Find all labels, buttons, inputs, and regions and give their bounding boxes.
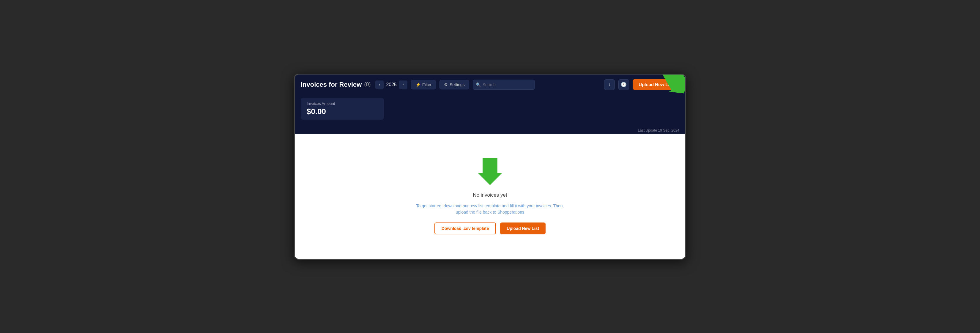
sort-icon-button[interactable]: ↕	[604, 79, 615, 90]
filter-icon: ⚡	[415, 82, 420, 87]
invoices-amount-card: Invoices Amount $0.00	[301, 98, 384, 120]
year-label: 2025	[385, 82, 398, 87]
main-content: No invoices yet To get started, download…	[295, 134, 685, 259]
filter-label: Filter	[422, 82, 431, 87]
svg-marker-1	[478, 159, 502, 185]
last-update-text: Last Update 19 Sep, 2024	[638, 128, 679, 133]
no-invoices-heading: No invoices yet	[473, 192, 507, 198]
year-nav: ‹ 2025 ›	[375, 81, 407, 89]
invoices-amount-value: $0.00	[307, 107, 378, 116]
upload-new-list-main-button[interactable]: Upload New List	[500, 222, 546, 235]
download-csv-button[interactable]: Download .csv template	[434, 222, 496, 235]
page-title: Invoices for Review	[301, 81, 362, 89]
helper-text: To get started, download our .csv list t…	[413, 203, 567, 216]
prev-year-button[interactable]: ‹	[375, 81, 383, 89]
sort-icon: ↕	[608, 82, 611, 87]
upload-new-list-header-button[interactable]: Upload New List	[633, 79, 679, 90]
invoices-amount-label: Invoices Amount	[307, 101, 378, 106]
history-icon-button[interactable]: 🕐	[618, 79, 629, 90]
search-wrapper: 🔍	[473, 79, 535, 90]
app-window: Invoices for Review (0) ‹ 2025 › ⚡ Filte…	[294, 74, 686, 260]
search-icon: 🔍	[476, 82, 481, 87]
green-arrow-icon	[478, 159, 502, 185]
gear-icon: ⚙	[444, 82, 448, 87]
history-icon: 🕐	[621, 82, 627, 87]
header-bar: Invoices for Review (0) ‹ 2025 › ⚡ Filte…	[295, 75, 685, 95]
search-container: 🔍	[473, 79, 535, 90]
filter-button[interactable]: ⚡ Filter	[411, 80, 436, 89]
page-title-group: Invoices for Review (0)	[301, 81, 371, 89]
chevron-right-icon: ›	[402, 82, 404, 87]
settings-label: Settings	[450, 82, 465, 87]
settings-button[interactable]: ⚙ Settings	[439, 80, 469, 89]
chevron-left-icon: ‹	[379, 82, 380, 87]
item-count: (0)	[364, 81, 371, 88]
last-update-row: Last Update 19 Sep, 2024	[295, 126, 685, 134]
search-input[interactable]	[473, 79, 535, 90]
stats-bar: Invoices Amount $0.00	[295, 95, 685, 126]
next-year-button[interactable]: ›	[399, 81, 407, 89]
action-buttons: Download .csv template Upload New List	[434, 222, 546, 235]
